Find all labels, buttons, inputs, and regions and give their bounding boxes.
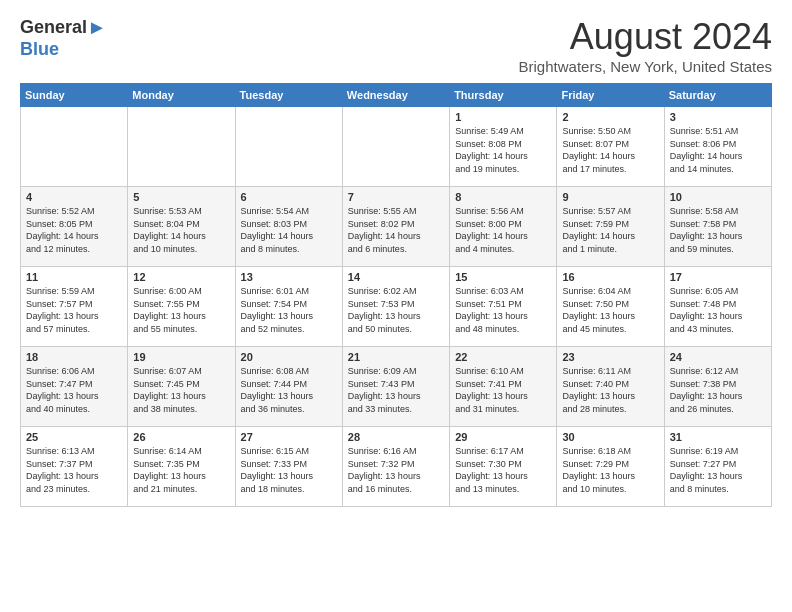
day-number: 3 xyxy=(670,111,766,123)
calendar-cell: 2Sunrise: 5:50 AMSunset: 8:07 PMDaylight… xyxy=(557,107,664,187)
calendar-cell xyxy=(235,107,342,187)
day-number: 16 xyxy=(562,271,658,283)
calendar-cell: 3Sunrise: 5:51 AMSunset: 8:06 PMDaylight… xyxy=(664,107,771,187)
cell-content: Sunrise: 5:52 AMSunset: 8:05 PMDaylight:… xyxy=(26,205,122,255)
cell-content: Sunrise: 6:01 AMSunset: 7:54 PMDaylight:… xyxy=(241,285,337,335)
cell-content: Sunrise: 6:10 AMSunset: 7:41 PMDaylight:… xyxy=(455,365,551,415)
cell-content: Sunrise: 6:06 AMSunset: 7:47 PMDaylight:… xyxy=(26,365,122,415)
day-header-monday: Monday xyxy=(128,84,235,107)
cell-content: Sunrise: 6:00 AMSunset: 7:55 PMDaylight:… xyxy=(133,285,229,335)
cell-content: Sunrise: 6:19 AMSunset: 7:27 PMDaylight:… xyxy=(670,445,766,495)
cell-content: Sunrise: 5:50 AMSunset: 8:07 PMDaylight:… xyxy=(562,125,658,175)
cell-content: Sunrise: 5:54 AMSunset: 8:03 PMDaylight:… xyxy=(241,205,337,255)
calendar-cell: 25Sunrise: 6:13 AMSunset: 7:37 PMDayligh… xyxy=(21,427,128,507)
calendar-cell: 10Sunrise: 5:58 AMSunset: 7:58 PMDayligh… xyxy=(664,187,771,267)
calendar-cell: 1Sunrise: 5:49 AMSunset: 8:08 PMDaylight… xyxy=(450,107,557,187)
day-number: 26 xyxy=(133,431,229,443)
calendar-cell xyxy=(128,107,235,187)
day-number: 17 xyxy=(670,271,766,283)
calendar-cell: 12Sunrise: 6:00 AMSunset: 7:55 PMDayligh… xyxy=(128,267,235,347)
cell-content: Sunrise: 6:17 AMSunset: 7:30 PMDaylight:… xyxy=(455,445,551,495)
calendar-week-row: 18Sunrise: 6:06 AMSunset: 7:47 PMDayligh… xyxy=(21,347,772,427)
day-number: 27 xyxy=(241,431,337,443)
calendar-cell xyxy=(21,107,128,187)
day-header-saturday: Saturday xyxy=(664,84,771,107)
calendar-cell: 13Sunrise: 6:01 AMSunset: 7:54 PMDayligh… xyxy=(235,267,342,347)
calendar-cell: 29Sunrise: 6:17 AMSunset: 7:30 PMDayligh… xyxy=(450,427,557,507)
cell-content: Sunrise: 6:11 AMSunset: 7:40 PMDaylight:… xyxy=(562,365,658,415)
calendar-cell xyxy=(342,107,449,187)
cell-content: Sunrise: 6:05 AMSunset: 7:48 PMDaylight:… xyxy=(670,285,766,335)
logo-general-text: General xyxy=(20,17,87,38)
calendar-cell: 11Sunrise: 5:59 AMSunset: 7:57 PMDayligh… xyxy=(21,267,128,347)
day-number: 11 xyxy=(26,271,122,283)
cell-content: Sunrise: 6:14 AMSunset: 7:35 PMDaylight:… xyxy=(133,445,229,495)
cell-content: Sunrise: 5:51 AMSunset: 8:06 PMDaylight:… xyxy=(670,125,766,175)
cell-content: Sunrise: 5:58 AMSunset: 7:58 PMDaylight:… xyxy=(670,205,766,255)
day-number: 23 xyxy=(562,351,658,363)
location-text: Brightwaters, New York, United States xyxy=(519,58,772,75)
cell-content: Sunrise: 5:55 AMSunset: 8:02 PMDaylight:… xyxy=(348,205,444,255)
calendar-cell: 20Sunrise: 6:08 AMSunset: 7:44 PMDayligh… xyxy=(235,347,342,427)
calendar-cell: 19Sunrise: 6:07 AMSunset: 7:45 PMDayligh… xyxy=(128,347,235,427)
calendar-cell: 26Sunrise: 6:14 AMSunset: 7:35 PMDayligh… xyxy=(128,427,235,507)
calendar-week-row: 25Sunrise: 6:13 AMSunset: 7:37 PMDayligh… xyxy=(21,427,772,507)
calendar-cell: 17Sunrise: 6:05 AMSunset: 7:48 PMDayligh… xyxy=(664,267,771,347)
calendar-cell: 6Sunrise: 5:54 AMSunset: 8:03 PMDaylight… xyxy=(235,187,342,267)
cell-content: Sunrise: 6:18 AMSunset: 7:29 PMDaylight:… xyxy=(562,445,658,495)
cell-content: Sunrise: 6:03 AMSunset: 7:51 PMDaylight:… xyxy=(455,285,551,335)
day-number: 6 xyxy=(241,191,337,203)
logo-blue-text: Blue xyxy=(20,39,59,60)
cell-content: Sunrise: 5:56 AMSunset: 8:00 PMDaylight:… xyxy=(455,205,551,255)
month-year-title: August 2024 xyxy=(519,16,772,58)
calendar-cell: 8Sunrise: 5:56 AMSunset: 8:00 PMDaylight… xyxy=(450,187,557,267)
day-number: 2 xyxy=(562,111,658,123)
logo-arrow-icon: ► xyxy=(87,16,107,39)
cell-content: Sunrise: 5:59 AMSunset: 7:57 PMDaylight:… xyxy=(26,285,122,335)
cell-content: Sunrise: 6:09 AMSunset: 7:43 PMDaylight:… xyxy=(348,365,444,415)
day-number: 22 xyxy=(455,351,551,363)
cell-content: Sunrise: 5:53 AMSunset: 8:04 PMDaylight:… xyxy=(133,205,229,255)
day-number: 7 xyxy=(348,191,444,203)
day-number: 14 xyxy=(348,271,444,283)
calendar-cell: 9Sunrise: 5:57 AMSunset: 7:59 PMDaylight… xyxy=(557,187,664,267)
cell-content: Sunrise: 6:15 AMSunset: 7:33 PMDaylight:… xyxy=(241,445,337,495)
cell-content: Sunrise: 6:08 AMSunset: 7:44 PMDaylight:… xyxy=(241,365,337,415)
day-header-sunday: Sunday xyxy=(21,84,128,107)
day-number: 12 xyxy=(133,271,229,283)
calendar-cell: 31Sunrise: 6:19 AMSunset: 7:27 PMDayligh… xyxy=(664,427,771,507)
calendar-week-row: 1Sunrise: 5:49 AMSunset: 8:08 PMDaylight… xyxy=(21,107,772,187)
day-header-tuesday: Tuesday xyxy=(235,84,342,107)
calendar-cell: 5Sunrise: 5:53 AMSunset: 8:04 PMDaylight… xyxy=(128,187,235,267)
page-header: General ► Blue August 2024 Brightwaters,… xyxy=(20,16,772,75)
calendar-cell: 30Sunrise: 6:18 AMSunset: 7:29 PMDayligh… xyxy=(557,427,664,507)
calendar-week-row: 11Sunrise: 5:59 AMSunset: 7:57 PMDayligh… xyxy=(21,267,772,347)
day-number: 25 xyxy=(26,431,122,443)
cell-content: Sunrise: 6:16 AMSunset: 7:32 PMDaylight:… xyxy=(348,445,444,495)
day-number: 15 xyxy=(455,271,551,283)
day-number: 18 xyxy=(26,351,122,363)
cell-content: Sunrise: 5:57 AMSunset: 7:59 PMDaylight:… xyxy=(562,205,658,255)
cell-content: Sunrise: 6:07 AMSunset: 7:45 PMDaylight:… xyxy=(133,365,229,415)
day-number: 13 xyxy=(241,271,337,283)
cell-content: Sunrise: 5:49 AMSunset: 8:08 PMDaylight:… xyxy=(455,125,551,175)
day-number: 19 xyxy=(133,351,229,363)
calendar-cell: 23Sunrise: 6:11 AMSunset: 7:40 PMDayligh… xyxy=(557,347,664,427)
day-number: 9 xyxy=(562,191,658,203)
day-header-friday: Friday xyxy=(557,84,664,107)
day-number: 24 xyxy=(670,351,766,363)
calendar-cell: 15Sunrise: 6:03 AMSunset: 7:51 PMDayligh… xyxy=(450,267,557,347)
day-header-thursday: Thursday xyxy=(450,84,557,107)
calendar-week-row: 4Sunrise: 5:52 AMSunset: 8:05 PMDaylight… xyxy=(21,187,772,267)
calendar-cell: 27Sunrise: 6:15 AMSunset: 7:33 PMDayligh… xyxy=(235,427,342,507)
calendar-cell: 14Sunrise: 6:02 AMSunset: 7:53 PMDayligh… xyxy=(342,267,449,347)
cell-content: Sunrise: 6:12 AMSunset: 7:38 PMDaylight:… xyxy=(670,365,766,415)
calendar-cell: 22Sunrise: 6:10 AMSunset: 7:41 PMDayligh… xyxy=(450,347,557,427)
calendar-cell: 28Sunrise: 6:16 AMSunset: 7:32 PMDayligh… xyxy=(342,427,449,507)
logo: General ► Blue xyxy=(20,16,107,60)
day-number: 29 xyxy=(455,431,551,443)
cell-content: Sunrise: 6:13 AMSunset: 7:37 PMDaylight:… xyxy=(26,445,122,495)
day-number: 5 xyxy=(133,191,229,203)
day-header-wednesday: Wednesday xyxy=(342,84,449,107)
day-number: 4 xyxy=(26,191,122,203)
